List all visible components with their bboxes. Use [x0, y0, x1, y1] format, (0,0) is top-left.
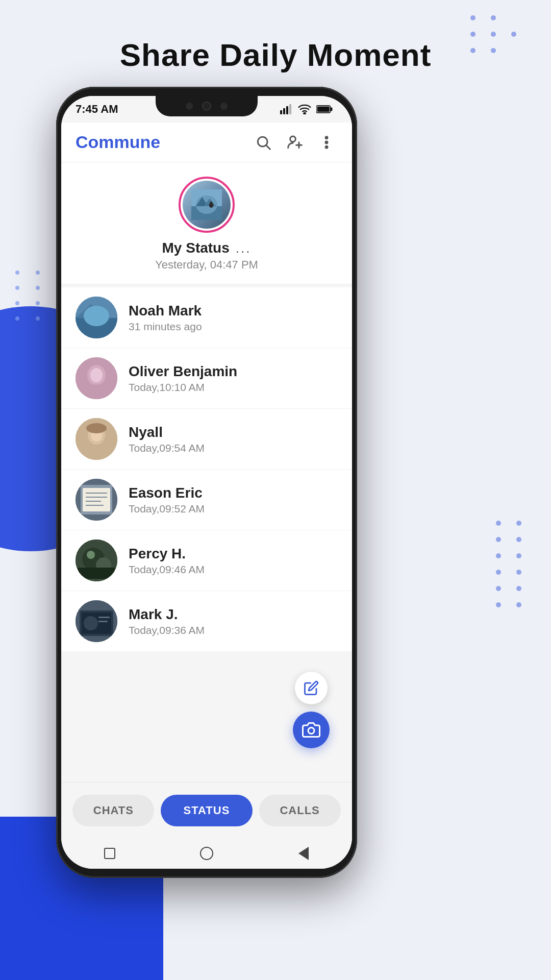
status-item-4[interactable]: Eason Eric Today,09:52 AM	[61, 470, 352, 530]
svg-rect-3	[289, 104, 291, 114]
bg-title: Share Daily Moment	[0, 37, 551, 73]
status-name-1: Noah Mark	[129, 303, 338, 319]
status-name-4: Eason Eric	[129, 485, 338, 501]
svg-point-4	[304, 113, 305, 114]
svg-point-22	[210, 202, 213, 204]
svg-point-10	[290, 136, 296, 142]
svg-rect-39	[83, 488, 110, 511]
my-status-name: My Status	[162, 240, 230, 256]
svg-point-31	[90, 368, 103, 382]
search-icon	[255, 134, 271, 151]
more-options-button[interactable]	[315, 131, 338, 154]
svg-point-36	[86, 423, 107, 433]
my-status-avatar-wrap[interactable]	[179, 177, 235, 233]
fab-area	[293, 672, 341, 756]
avatar-2	[76, 357, 117, 399]
phone-frame: 7:45 AM	[56, 87, 357, 878]
edit-icon	[304, 680, 319, 696]
status-item-2[interactable]: Oliver Benjamin Today,10:10 AM	[61, 348, 352, 409]
status-time-4: Today,09:52 AM	[129, 503, 338, 515]
dots-right-mid	[496, 521, 525, 607]
svg-point-52	[84, 616, 98, 630]
search-button[interactable]	[252, 131, 274, 154]
status-name-2: Oliver Benjamin	[129, 363, 338, 380]
svg-rect-1	[283, 108, 285, 114]
svg-rect-53	[98, 617, 110, 618]
svg-rect-0	[280, 110, 282, 114]
camera-icon	[302, 721, 320, 739]
status-info-2: Oliver Benjamin Today,10:10 AM	[129, 363, 338, 394]
wifi-icon	[298, 104, 311, 114]
status-item-3[interactable]: Nyall Today,09:54 AM	[61, 409, 352, 470]
triangle-icon	[298, 847, 309, 860]
app-header: Commune	[61, 122, 352, 162]
status-name-5: Percy H.	[129, 546, 338, 562]
avatar-1	[76, 297, 117, 338]
avatar-6	[76, 600, 117, 642]
android-back-button[interactable]	[294, 844, 313, 863]
status-list: Noah Mark 31 minutes ago Oliver Benjamin…	[61, 287, 352, 651]
status-info-6: Mark J. Today,09:36 AM	[129, 606, 338, 636]
svg-point-14	[325, 141, 328, 143]
system-bar	[61, 838, 352, 869]
status-item-6[interactable]: Mark J. Today,09:36 AM	[61, 591, 352, 651]
bottom-nav: CHATS STATUS CALLS	[61, 782, 352, 838]
dots-top-right	[470, 15, 520, 53]
my-status-more[interactable]: ...	[236, 240, 252, 256]
svg-point-48	[87, 551, 95, 559]
svg-line-9	[266, 145, 270, 149]
status-info-5: Percy H. Today,09:46 AM	[129, 546, 338, 576]
signal-icon	[280, 104, 293, 114]
svg-rect-6	[331, 108, 332, 111]
notch	[156, 96, 258, 116]
avatar-3	[76, 418, 117, 460]
svg-point-13	[325, 136, 328, 138]
svg-rect-2	[286, 106, 288, 114]
circle-icon	[200, 847, 213, 860]
status-info-1: Noah Mark 31 minutes ago	[129, 303, 338, 333]
add-person-icon	[287, 134, 303, 151]
svg-rect-7	[317, 107, 330, 112]
header-icons	[252, 131, 338, 154]
status-item-5[interactable]: Percy H. Today,09:46 AM	[61, 530, 352, 591]
nav-status-button[interactable]: STATUS	[161, 795, 253, 826]
avatar-5	[76, 540, 117, 581]
svg-point-15	[325, 146, 328, 148]
nav-calls-button[interactable]: CALLS	[259, 795, 341, 826]
svg-rect-47	[78, 568, 115, 579]
status-time-1: 31 minutes ago	[129, 321, 338, 333]
battery-icon	[316, 104, 333, 114]
fab-edit-button[interactable]	[295, 672, 328, 704]
status-item-1[interactable]: Noah Mark 31 minutes ago	[61, 287, 352, 348]
status-time-3: Today,09:54 AM	[129, 442, 338, 454]
status-time-2: Today,10:10 AM	[129, 381, 338, 394]
status-info-4: Eason Eric Today,09:52 AM	[129, 485, 338, 515]
status-time-6: Today,09:36 AM	[129, 624, 338, 636]
avatar-4	[76, 479, 117, 521]
nav-chats-button[interactable]: CHATS	[72, 795, 154, 826]
fab-camera-button[interactable]	[293, 712, 330, 748]
app-name: Commune	[76, 132, 160, 152]
square-icon	[104, 848, 115, 859]
more-vertical-icon	[318, 134, 335, 151]
phone-screen: 7:45 AM	[61, 96, 352, 869]
my-status-avatar-img	[191, 189, 222, 220]
svg-point-27	[84, 306, 109, 326]
svg-rect-54	[98, 621, 108, 622]
status-name-3: Nyall	[129, 424, 338, 440]
status-name-6: Mark J.	[129, 606, 338, 623]
dots-left-mid	[15, 271, 45, 321]
add-contact-button[interactable]	[284, 131, 306, 154]
my-status-timestamp: Yesterday, 04:47 PM	[155, 258, 258, 272]
my-status-section: My Status ... Yesterday, 04:47 PM	[61, 162, 352, 284]
my-status-avatar	[183, 181, 231, 229]
svg-point-55	[308, 728, 314, 734]
status-time: 7:45 AM	[76, 103, 118, 116]
android-square-button[interactable]	[101, 844, 119, 863]
status-info-3: Nyall Today,09:54 AM	[129, 424, 338, 454]
status-time-5: Today,09:46 AM	[129, 564, 338, 576]
android-home-button[interactable]	[197, 844, 216, 863]
status-icons	[280, 104, 333, 114]
my-status-title-row: My Status ...	[162, 240, 252, 256]
